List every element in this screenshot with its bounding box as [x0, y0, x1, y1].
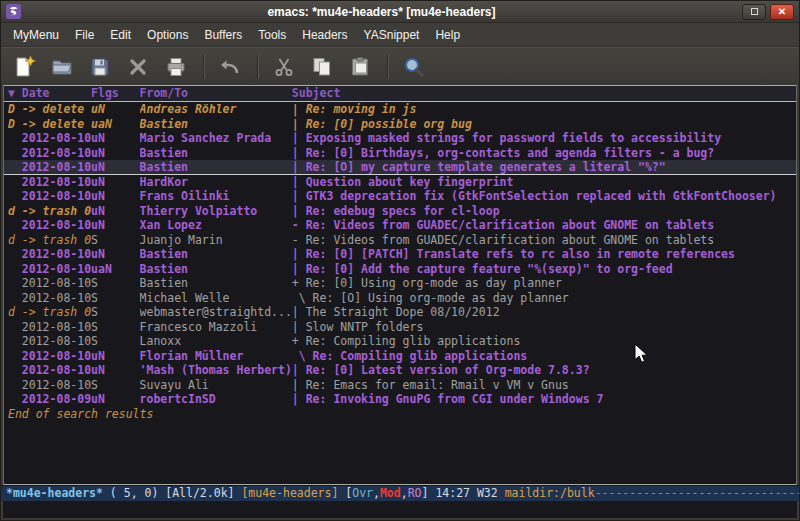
save-icon — [88, 55, 112, 79]
message-row[interactable]: 2012-08-10 uN 'Mash (Thomas Herbert) | R… — [4, 363, 796, 378]
end-of-search-results: End of search results — [4, 407, 796, 422]
message-date: 2012-08-10 — [8, 363, 91, 378]
message-flags: uaN — [91, 262, 139, 277]
menu-item-file[interactable]: File — [67, 25, 102, 45]
open-file-button[interactable] — [47, 52, 77, 82]
message-row[interactable]: 2012-08-10 uN Xan Lopez - Re: Videos fro… — [4, 218, 796, 233]
message-flags: uN — [91, 218, 139, 233]
message-row[interactable]: d -> trash 0 uN Thierry Volpiatto | Re: … — [4, 204, 796, 219]
minibuffer-echo-area[interactable] — [3, 501, 797, 518]
message-from: Frans Oilinki — [140, 189, 292, 204]
message-from: robertcInSD — [140, 392, 292, 407]
message-from: Michael Welle — [140, 291, 292, 306]
cut-button[interactable] — [269, 52, 299, 82]
search-button[interactable] — [399, 52, 429, 82]
message-date: 2012-08-10 — [8, 146, 91, 161]
message-row[interactable]: D -> delete uaN Bastien | Re: [0] possib… — [4, 117, 796, 132]
menu-item-tools[interactable]: Tools — [250, 25, 294, 45]
message-row[interactable]: 2012-08-10 S Francesco Mazzoli | Slow NN… — [4, 320, 796, 335]
print-button[interactable] — [161, 52, 191, 82]
message-row[interactable]: d -> trash 0 S webmaster@straightd... | … — [4, 305, 796, 320]
message-row[interactable]: d -> trash 0 S Juanjo Marin - Re: Videos… — [4, 233, 796, 248]
message-subject: | Re: [0] [PATCH] Translate refs to rc a… — [292, 247, 796, 262]
message-from: Xan Lopez — [140, 218, 292, 233]
message-row[interactable]: 2012-08-10 S Michael Welle \ Re: [O] Usi… — [4, 291, 796, 306]
menu-item-options[interactable]: Options — [139, 25, 196, 45]
save-button[interactable] — [85, 52, 115, 82]
paste-button[interactable] — [345, 52, 375, 82]
message-subject: | Re: [0] Latest version of Org-mode 7.8… — [292, 363, 796, 378]
message-flags: S — [91, 320, 139, 335]
column-header-from: From/To — [140, 86, 292, 101]
message-flags: S — [91, 334, 139, 349]
message-subject: + Re: Compiling glib applications — [292, 334, 796, 349]
message-subject: | Re: Emacs for email: Rmail v VM v Gnus — [292, 378, 796, 393]
message-row[interactable]: 2012-08-10 S Suvayu Ali | Re: Emacs for … — [4, 378, 796, 393]
message-flags: uN — [91, 131, 139, 146]
modeline-maildir: maildir:/bulk — [505, 486, 595, 501]
menu-item-edit[interactable]: Edit — [102, 25, 139, 45]
message-row[interactable]: 2012-08-10 uN Mario Sanchez Prada | Expo… — [4, 131, 796, 146]
message-subject: | The Straight Dope 08/10/2012 — [292, 305, 796, 320]
message-from: Bastien — [140, 276, 292, 291]
message-flags: uN — [91, 102, 139, 117]
copy-button[interactable] — [307, 52, 337, 82]
message-subject: | Re: Invoking GnuPG from CGI under Wind… — [292, 392, 796, 407]
search-icon — [402, 55, 426, 79]
message-from: Mario Sanchez Prada — [140, 131, 292, 146]
kill-buffer-icon — [126, 55, 150, 79]
toolbar-separator — [387, 55, 389, 79]
menu-item-help[interactable]: Help — [427, 25, 468, 45]
message-from: Andreas Röhler — [140, 102, 292, 117]
message-date: 2012-08-10 — [8, 175, 91, 190]
message-row[interactable]: 2012-08-10 S Lanoxx + Re: Compiling glib… — [4, 334, 796, 349]
message-flags: S — [91, 276, 139, 291]
modeline-bracket: [ — [338, 486, 352, 501]
message-date: D -> delete — [8, 102, 91, 117]
message-row[interactable]: 2012-08-10 uN Bastien | Re: [0] Birthday… — [4, 146, 796, 161]
message-flags: S — [91, 291, 139, 306]
menu-item-headers[interactable]: Headers — [294, 25, 355, 45]
message-flags: S — [91, 378, 139, 393]
modeline-flag-ovr: Ovr — [352, 486, 373, 501]
menu-item-mymenu[interactable]: MyMenu — [5, 25, 67, 45]
message-row[interactable]: 2012-08-10 uaN Bastien | Re: [0] Add the… — [4, 262, 796, 277]
copy-icon — [310, 55, 334, 79]
message-row[interactable]: 2012-08-09 uN robertcInSD | Re: Invoking… — [4, 392, 796, 407]
message-row[interactable]: 2012-08-10 uN Bastien | Re: [O] my captu… — [4, 160, 796, 175]
message-row[interactable]: 2012-08-10 uN Bastien | Re: [0] [PATCH] … — [4, 247, 796, 262]
new-file-button[interactable] — [9, 52, 39, 82]
message-row[interactable]: 2012-08-10 S Bastien + Re: [0] Using org… — [4, 276, 796, 291]
message-flags: uN — [91, 349, 139, 364]
message-from: Bastien — [140, 247, 292, 262]
message-row[interactable]: 2012-08-10 uN Florian Müllner \ Re: Comp… — [4, 349, 796, 364]
message-row[interactable]: 2012-08-10 uN Frans Oilinki | GTK3 depre… — [4, 189, 796, 204]
modeline-clock: 14:27 W32 — [435, 486, 504, 501]
message-from: 'Mash (Thomas Herbert) — [140, 363, 292, 378]
message-from: Thierry Volpiatto — [140, 204, 292, 219]
message-from: Bastien — [140, 262, 292, 277]
message-flags: uN — [91, 160, 139, 174]
message-subject: + Re: [0] Using org-mode as day planner — [292, 276, 796, 291]
message-date: 2012-08-10 — [8, 262, 91, 277]
maximize-button[interactable] — [742, 4, 766, 20]
message-date: 2012-08-10 — [8, 320, 91, 335]
message-flags: uN — [91, 363, 139, 378]
kill-buffer-button[interactable] — [123, 52, 153, 82]
undo-button[interactable] — [215, 52, 245, 82]
message-subject: | Re: [0] possible org bug — [292, 117, 796, 132]
message-flags: S — [91, 233, 139, 248]
message-row[interactable]: 2012-08-10 uN HardKor | Question about k… — [4, 175, 796, 190]
headers-header-line: ▼ Date Flgs From/To Subject — [4, 86, 796, 102]
message-date: D -> delete — [8, 117, 91, 132]
close-button[interactable]: ✕ — [770, 4, 794, 20]
message-from: webmaster@straightd... — [140, 305, 292, 320]
menu-item-buffers[interactable]: Buffers — [196, 25, 250, 45]
message-from: Suvayu Ali — [140, 378, 292, 393]
column-header-date: ▼ Date — [8, 86, 91, 101]
toolbar — [1, 47, 799, 85]
menu-item-yasnippet[interactable]: YASnippet — [356, 25, 428, 45]
message-date: 2012-08-10 — [8, 218, 91, 233]
paste-icon — [348, 55, 372, 79]
message-row[interactable]: D -> delete uN Andreas Röhler | Re: movi… — [4, 102, 796, 117]
